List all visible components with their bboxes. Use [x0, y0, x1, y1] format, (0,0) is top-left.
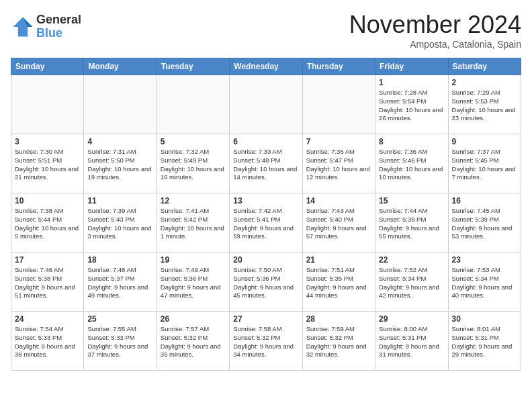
calendar-cell: 15Sunrise: 7:44 AMSunset: 5:39 PMDayligh… [375, 193, 448, 253]
day-number: 28 [306, 314, 371, 324]
day-number: 19 [161, 255, 226, 265]
day-info: Sunrise: 7:36 AMSunset: 5:46 PMDaylight:… [379, 148, 444, 182]
calendar-cell: 23Sunrise: 7:53 AMSunset: 5:34 PMDayligh… [448, 253, 521, 312]
calendar-cell: 9Sunrise: 7:37 AMSunset: 5:45 PMDaylight… [448, 134, 521, 193]
day-info: Sunrise: 7:53 AMSunset: 5:34 PMDaylight:… [452, 266, 517, 300]
calendar-cell [230, 75, 302, 134]
day-number: 1 [379, 78, 444, 87]
calendar-cell: 28Sunrise: 7:59 AMSunset: 5:32 PMDayligh… [302, 312, 375, 371]
logo: General Blue [11, 13, 81, 40]
calendar-week-row: 10Sunrise: 7:38 AMSunset: 5:44 PMDayligh… [11, 193, 521, 253]
calendar-cell: 20Sunrise: 7:50 AMSunset: 5:36 PMDayligh… [230, 253, 302, 312]
calendar-cell: 3Sunrise: 7:30 AMSunset: 5:51 PMDaylight… [11, 134, 84, 193]
calendar-cell: 8Sunrise: 7:36 AMSunset: 5:46 PMDaylight… [375, 134, 448, 193]
day-number: 16 [452, 196, 517, 205]
day-info: Sunrise: 7:48 AMSunset: 5:37 PMDaylight:… [87, 266, 152, 300]
calendar-week-row: 17Sunrise: 7:46 AMSunset: 5:38 PMDayligh… [11, 253, 521, 312]
day-info: Sunrise: 7:38 AMSunset: 5:44 PMDaylight:… [15, 207, 80, 241]
day-info: Sunrise: 7:57 AMSunset: 5:32 PMDaylight:… [161, 325, 226, 359]
day-info: Sunrise: 7:41 AMSunset: 5:42 PMDaylight:… [161, 207, 226, 241]
calendar-cell: 17Sunrise: 7:46 AMSunset: 5:38 PMDayligh… [11, 253, 84, 312]
day-info: Sunrise: 7:46 AMSunset: 5:38 PMDaylight:… [15, 266, 80, 300]
calendar-cell: 30Sunrise: 8:01 AMSunset: 5:31 PMDayligh… [448, 312, 521, 371]
location: Amposta, Catalonia, Spain [349, 39, 521, 50]
calendar-cell: 12Sunrise: 7:41 AMSunset: 5:42 PMDayligh… [157, 193, 229, 253]
day-number: 24 [15, 314, 80, 324]
day-number: 7 [306, 137, 371, 146]
day-info: Sunrise: 7:50 AMSunset: 5:36 PMDaylight:… [233, 266, 298, 300]
day-info: Sunrise: 8:01 AMSunset: 5:31 PMDaylight:… [452, 325, 517, 359]
calendar-cell: 1Sunrise: 7:28 AMSunset: 5:54 PMDaylight… [375, 75, 448, 134]
day-info: Sunrise: 7:44 AMSunset: 5:39 PMDaylight:… [379, 207, 444, 241]
day-number: 12 [161, 196, 226, 205]
calendar-cell: 7Sunrise: 7:35 AMSunset: 5:47 PMDaylight… [302, 134, 375, 193]
calendar-cell: 25Sunrise: 7:55 AMSunset: 5:33 PMDayligh… [84, 312, 157, 371]
calendar-cell: 16Sunrise: 7:45 AMSunset: 5:39 PMDayligh… [448, 193, 521, 253]
weekday-header-row: SundayMondayTuesdayWednesdayThursdayFrid… [11, 58, 521, 75]
calendar-cell: 14Sunrise: 7:43 AMSunset: 5:40 PMDayligh… [302, 193, 375, 253]
logo-blue: Blue [36, 27, 81, 40]
weekday-header: Sunday [11, 58, 84, 75]
day-number: 13 [233, 196, 298, 205]
calendar-cell: 18Sunrise: 7:48 AMSunset: 5:37 PMDayligh… [84, 253, 157, 312]
day-number: 4 [87, 137, 152, 146]
day-number: 30 [452, 314, 517, 324]
logo-text: General Blue [36, 13, 81, 40]
day-info: Sunrise: 7:29 AMSunset: 5:53 PMDaylight:… [452, 89, 517, 123]
calendar-week-row: 1Sunrise: 7:28 AMSunset: 5:54 PMDaylight… [11, 75, 521, 134]
calendar-cell [157, 75, 229, 134]
day-number: 17 [15, 255, 80, 265]
calendar-week-row: 24Sunrise: 7:54 AMSunset: 5:33 PMDayligh… [11, 312, 521, 371]
day-number: 3 [15, 137, 80, 146]
day-number: 6 [233, 137, 298, 146]
day-info: Sunrise: 7:31 AMSunset: 5:50 PMDaylight:… [87, 148, 152, 182]
day-info: Sunrise: 7:54 AMSunset: 5:33 PMDaylight:… [15, 325, 80, 359]
page-header: General Blue November 2024 Amposta, Cata… [11, 11, 521, 50]
calendar-cell: 5Sunrise: 7:32 AMSunset: 5:49 PMDaylight… [157, 134, 229, 193]
weekday-header: Saturday [448, 58, 521, 75]
day-info: Sunrise: 7:28 AMSunset: 5:54 PMDaylight:… [379, 89, 444, 123]
day-number: 26 [161, 314, 226, 324]
day-info: Sunrise: 7:39 AMSunset: 5:43 PMDaylight:… [87, 207, 152, 241]
day-info: Sunrise: 7:59 AMSunset: 5:32 PMDaylight:… [306, 325, 371, 359]
day-info: Sunrise: 7:33 AMSunset: 5:48 PMDaylight:… [233, 148, 298, 182]
day-info: Sunrise: 7:55 AMSunset: 5:33 PMDaylight:… [87, 325, 152, 359]
day-number: 2 [452, 78, 517, 87]
calendar-cell: 22Sunrise: 7:52 AMSunset: 5:34 PMDayligh… [375, 253, 448, 312]
day-info: Sunrise: 7:30 AMSunset: 5:51 PMDaylight:… [15, 148, 80, 182]
day-number: 21 [306, 255, 371, 265]
day-number: 29 [379, 314, 444, 324]
weekday-header: Wednesday [230, 58, 302, 75]
calendar-cell: 13Sunrise: 7:42 AMSunset: 5:41 PMDayligh… [230, 193, 302, 253]
weekday-header: Tuesday [157, 58, 229, 75]
weekday-header: Monday [84, 58, 157, 75]
title-block: November 2024 Amposta, Catalonia, Spain [349, 11, 521, 50]
day-number: 14 [306, 196, 371, 205]
day-info: Sunrise: 8:00 AMSunset: 5:31 PMDaylight:… [379, 325, 444, 359]
day-number: 22 [379, 255, 444, 265]
month-title: November 2024 [349, 11, 521, 39]
calendar-cell: 21Sunrise: 7:51 AMSunset: 5:35 PMDayligh… [302, 253, 375, 312]
day-info: Sunrise: 7:58 AMSunset: 5:32 PMDaylight:… [233, 325, 298, 359]
calendar-cell: 19Sunrise: 7:49 AMSunset: 5:36 PMDayligh… [157, 253, 229, 312]
day-number: 20 [233, 255, 298, 265]
day-info: Sunrise: 7:51 AMSunset: 5:35 PMDaylight:… [306, 266, 371, 300]
weekday-header: Friday [375, 58, 448, 75]
logo-icon [11, 15, 35, 39]
day-info: Sunrise: 7:52 AMSunset: 5:34 PMDaylight:… [379, 266, 444, 300]
day-info: Sunrise: 7:43 AMSunset: 5:40 PMDaylight:… [306, 207, 371, 241]
day-number: 11 [87, 196, 152, 205]
calendar-cell: 4Sunrise: 7:31 AMSunset: 5:50 PMDaylight… [84, 134, 157, 193]
calendar-cell: 10Sunrise: 7:38 AMSunset: 5:44 PMDayligh… [11, 193, 84, 253]
weekday-header: Thursday [302, 58, 375, 75]
day-number: 23 [452, 255, 517, 265]
day-number: 27 [233, 314, 298, 324]
day-number: 9 [452, 137, 517, 146]
day-info: Sunrise: 7:37 AMSunset: 5:45 PMDaylight:… [452, 148, 517, 182]
calendar-cell: 24Sunrise: 7:54 AMSunset: 5:33 PMDayligh… [11, 312, 84, 371]
day-number: 10 [15, 196, 80, 205]
calendar-cell: 2Sunrise: 7:29 AMSunset: 5:53 PMDaylight… [448, 75, 521, 134]
calendar-cell: 11Sunrise: 7:39 AMSunset: 5:43 PMDayligh… [84, 193, 157, 253]
calendar-cell [302, 75, 375, 134]
day-info: Sunrise: 7:32 AMSunset: 5:49 PMDaylight:… [161, 148, 226, 182]
